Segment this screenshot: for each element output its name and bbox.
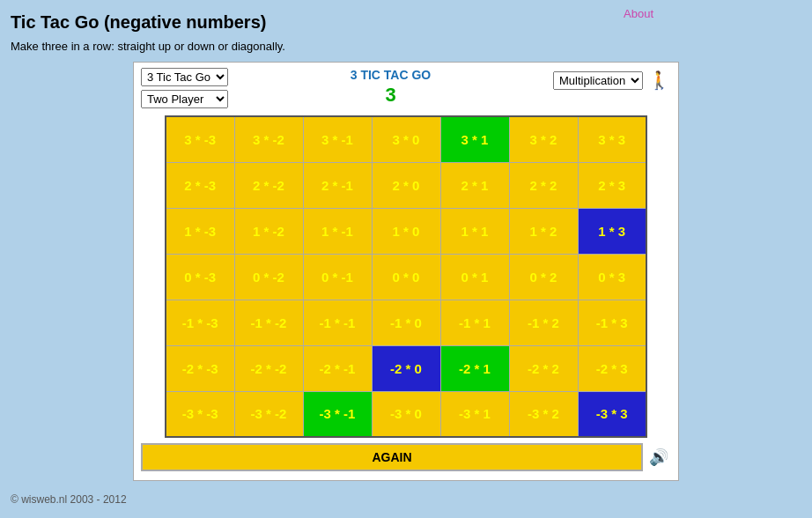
grid-cell[interactable]: 2 * -3 xyxy=(166,162,234,208)
current-number: 3 xyxy=(228,84,553,107)
grid-cell[interactable]: 1 * -1 xyxy=(303,208,372,254)
grid-cell[interactable]: -3 * -1 xyxy=(303,391,372,437)
about-link[interactable]: About xyxy=(624,7,653,20)
grid-cell[interactable]: -2 * -2 xyxy=(234,345,303,391)
grid-cell[interactable]: -3 * 3 xyxy=(578,391,646,437)
game-selector[interactable]: 3 Tic Tac Go4 Tic Tac Go xyxy=(141,68,228,86)
footer: © wisweb.nl 2003 - 2012 xyxy=(11,493,801,506)
grid-cell[interactable]: 3 * -1 xyxy=(303,116,372,162)
grid-cell[interactable]: -2 * 3 xyxy=(578,345,646,391)
grid-cell[interactable]: 0 * -3 xyxy=(166,254,234,300)
grid-cell[interactable]: -1 * 0 xyxy=(372,300,440,345)
player-icon: 🚶 xyxy=(646,68,671,92)
speaker-icon[interactable]: 🔊 xyxy=(646,445,671,470)
grid-cell[interactable]: 3 * 2 xyxy=(509,116,578,162)
controls-row: 3 Tic Tac Go4 Tic Tac Go Two PlayerOne P… xyxy=(141,68,671,114)
grid-cell[interactable]: -3 * 2 xyxy=(509,391,578,437)
game-grid: 3 * -33 * -23 * -13 * 03 * 13 * 23 * 32 … xyxy=(165,115,647,438)
grid-cell[interactable]: -1 * 1 xyxy=(440,300,509,345)
left-controls: 3 Tic Tac Go4 Tic Tac Go Two PlayerOne P… xyxy=(141,68,228,108)
grid-cell[interactable]: -1 * -3 xyxy=(166,300,234,345)
grid-cell[interactable]: -2 * 2 xyxy=(509,345,578,391)
grid-cell[interactable]: 3 * 1 xyxy=(440,116,509,162)
grid-cell[interactable]: -3 * -3 xyxy=(166,391,234,437)
grid-cell[interactable]: 1 * 3 xyxy=(578,208,646,254)
grid-cell[interactable]: 0 * 3 xyxy=(578,254,646,300)
page-title: Tic Tac Go (negative numbers) xyxy=(11,12,801,33)
grid-cell[interactable]: -2 * 1 xyxy=(440,345,509,391)
grid-cell[interactable]: 2 * 0 xyxy=(372,162,440,208)
grid-cell[interactable]: 1 * 1 xyxy=(440,208,509,254)
grid-cell[interactable]: 0 * 0 xyxy=(372,254,440,300)
game-title: 3 TIC TAC GO xyxy=(228,68,553,82)
grid-cell[interactable]: 2 * 1 xyxy=(440,162,509,208)
grid-cell[interactable]: 0 * 2 xyxy=(509,254,578,300)
again-button[interactable]: AGAIN xyxy=(141,443,643,471)
player-selector[interactable]: Two PlayerOne Player xyxy=(141,90,228,108)
mode-selector[interactable]: MultiplicationAddition xyxy=(553,71,643,90)
grid-cell[interactable]: 0 * 1 xyxy=(440,254,509,300)
grid-cell[interactable]: -1 * -2 xyxy=(234,300,303,345)
grid-cell[interactable]: -2 * 0 xyxy=(372,345,440,391)
grid-cell[interactable]: -3 * -2 xyxy=(234,391,303,437)
grid-cell[interactable]: -1 * -1 xyxy=(303,300,372,345)
grid-cell[interactable]: 1 * -2 xyxy=(234,208,303,254)
app: About Tic Tac Go (negative numbers) Make… xyxy=(0,0,812,518)
instructions: Make three in a row: straight up or down… xyxy=(11,40,801,53)
grid-cell[interactable]: 0 * -1 xyxy=(303,254,372,300)
grid-cell[interactable]: 2 * -1 xyxy=(303,162,372,208)
grid-cell[interactable]: 2 * -2 xyxy=(234,162,303,208)
footer-link[interactable]: © wisweb.nl 2003 - 2012 xyxy=(11,493,127,506)
grid-cell[interactable]: 2 * 2 xyxy=(509,162,578,208)
grid-cell[interactable]: 0 * -2 xyxy=(234,254,303,300)
again-row: AGAIN 🔊 xyxy=(141,443,671,471)
grid-cell[interactable]: 2 * 3 xyxy=(578,162,646,208)
grid-cell[interactable]: -3 * 0 xyxy=(372,391,440,437)
grid-cell[interactable]: -3 * 1 xyxy=(440,391,509,437)
right-controls: MultiplicationAddition 🚶 xyxy=(553,68,671,92)
grid-cell[interactable]: 1 * 0 xyxy=(372,208,440,254)
grid-cell[interactable]: 1 * 2 xyxy=(509,208,578,254)
grid-cell[interactable]: -1 * 3 xyxy=(578,300,646,345)
grid-cell[interactable]: 3 * -2 xyxy=(234,116,303,162)
grid-cell[interactable]: 3 * 0 xyxy=(372,116,440,162)
grid-cell[interactable]: -1 * 2 xyxy=(509,300,578,345)
grid-cell[interactable]: -2 * -3 xyxy=(166,345,234,391)
grid-cell[interactable]: -2 * -1 xyxy=(303,345,372,391)
grid-cell[interactable]: 3 * 3 xyxy=(578,116,646,162)
grid-cell[interactable]: 3 * -3 xyxy=(166,116,234,162)
main-panel: 3 Tic Tac Go4 Tic Tac Go Two PlayerOne P… xyxy=(133,62,679,481)
grid-cell[interactable]: 1 * -3 xyxy=(166,208,234,254)
title-area: 3 TIC TAC GO 3 xyxy=(228,68,553,114)
